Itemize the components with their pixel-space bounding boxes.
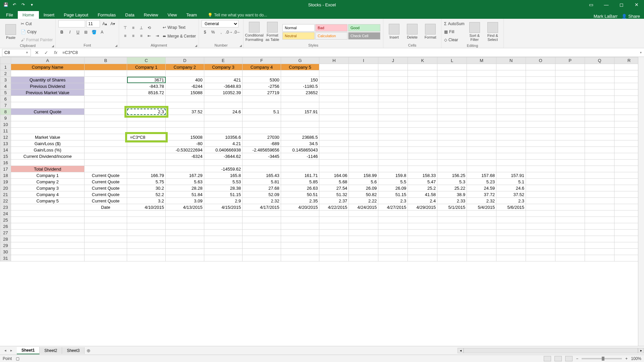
cell-M16[interactable] xyxy=(467,160,496,166)
cell-D30[interactable] xyxy=(166,249,204,255)
cell-G13[interactable]: 34.5 xyxy=(281,140,319,147)
cell-K1[interactable] xyxy=(408,64,437,70)
cell-Q3[interactable] xyxy=(585,77,614,83)
cell-F7[interactable] xyxy=(243,102,281,109)
cell-K9[interactable] xyxy=(408,115,437,121)
cell-A10[interactable] xyxy=(11,121,84,128)
cell-N22[interactable]: 2.3 xyxy=(496,198,526,204)
cell-H8[interactable] xyxy=(319,109,349,115)
cell-Q25[interactable] xyxy=(585,217,614,223)
cell-Q15[interactable] xyxy=(585,153,614,160)
cell-Q8[interactable] xyxy=(585,109,614,115)
cell-I19[interactable]: 5.6 xyxy=(349,179,378,185)
cell-H10[interactable] xyxy=(319,121,349,128)
cell-I7[interactable] xyxy=(349,102,378,109)
close-icon[interactable]: ✕ xyxy=(629,0,644,9)
underline-button[interactable]: U xyxy=(74,29,81,36)
cell-A13[interactable]: Gain/Loss ($) xyxy=(11,140,84,147)
align-middle-icon[interactable]: ≡ xyxy=(130,24,137,31)
row-header-7[interactable]: 7 xyxy=(0,102,11,109)
cell-B30[interactable] xyxy=(84,249,127,255)
cell-O18[interactable] xyxy=(526,172,555,179)
cell-O1[interactable] xyxy=(526,64,555,70)
formula-input[interactable]: =C3*C8 xyxy=(60,50,637,55)
cell-F24[interactable] xyxy=(243,210,281,217)
cell-F3[interactable]: 5300 xyxy=(243,77,281,83)
zoom-level[interactable]: 100% xyxy=(631,356,641,361)
cell-B11[interactable] xyxy=(84,128,127,134)
cell-Q31[interactable] xyxy=(585,255,614,261)
cell-B24[interactable] xyxy=(84,210,127,217)
cell-K8[interactable] xyxy=(408,109,437,115)
cell-N21[interactable]: 37.52 xyxy=(496,191,526,198)
cell-J24[interactable] xyxy=(378,210,408,217)
cell-F29[interactable] xyxy=(243,242,281,249)
cell-I14[interactable] xyxy=(349,147,378,153)
dialog-launcher-icon[interactable]: ◢ xyxy=(239,44,242,47)
cell-H14[interactable] xyxy=(319,147,349,153)
cell-L2[interactable] xyxy=(437,70,467,77)
cell-E8[interactable]: 24.6 xyxy=(204,109,243,115)
sheet-nav-last-icon[interactable]: ▸ xyxy=(9,348,14,353)
inc-decimal-icon[interactable]: .0→ xyxy=(226,29,232,36)
cell-P2[interactable] xyxy=(555,70,585,77)
cell-L23[interactable]: 5/1/2015 xyxy=(437,204,467,210)
italic-button[interactable]: I xyxy=(66,29,73,36)
cell-I10[interactable] xyxy=(349,121,378,128)
cell-H18[interactable]: 164.06 xyxy=(319,172,349,179)
cell-E16[interactable] xyxy=(204,160,243,166)
cell-E10[interactable] xyxy=(204,121,243,128)
cell-P6[interactable] xyxy=(555,96,585,102)
cell-F4[interactable]: -2756 xyxy=(243,83,281,89)
cell-N1[interactable] xyxy=(496,64,526,70)
cell-A8[interactable]: Current Quote xyxy=(11,109,84,115)
cell-B26[interactable] xyxy=(84,223,127,230)
sort-filter-button[interactable]: Sort & Filter xyxy=(467,22,483,42)
cell-G9[interactable] xyxy=(281,115,319,121)
cell-J22[interactable]: 2.3 xyxy=(378,198,408,204)
row-header-1[interactable]: 1 xyxy=(0,64,11,70)
cell-K28[interactable] xyxy=(408,236,437,242)
cell-H2[interactable] xyxy=(319,70,349,77)
cell-M19[interactable]: 5.23 xyxy=(467,179,496,185)
col-header-Q[interactable]: Q xyxy=(585,57,614,64)
cell-P13[interactable] xyxy=(555,140,585,147)
cell-M11[interactable] xyxy=(467,128,496,134)
cell-J5[interactable] xyxy=(378,89,408,96)
cell-C22[interactable]: 3.2 xyxy=(127,198,166,204)
cell-M6[interactable] xyxy=(467,96,496,102)
cell-H28[interactable] xyxy=(319,236,349,242)
cell-O14[interactable] xyxy=(526,147,555,153)
cell-H30[interactable] xyxy=(319,249,349,255)
cell-B3[interactable] xyxy=(84,77,127,83)
cell-O6[interactable] xyxy=(526,96,555,102)
row-header-22[interactable]: 22 xyxy=(0,198,11,204)
cell-D2[interactable] xyxy=(166,70,204,77)
cell-A29[interactable] xyxy=(11,242,84,249)
col-header-E[interactable]: E xyxy=(204,57,243,64)
cell-N16[interactable] xyxy=(496,160,526,166)
cell-I20[interactable]: 26.09 xyxy=(349,185,378,191)
cell-C13[interactable] xyxy=(127,140,166,147)
cell-N9[interactable] xyxy=(496,115,526,121)
cell-I18[interactable]: 158.99 xyxy=(349,172,378,179)
cut-button[interactable]: ✂Cut xyxy=(21,20,53,27)
cell-N29[interactable] xyxy=(496,242,526,249)
cell-N23[interactable]: 5/6/2015 xyxy=(496,204,526,210)
cell-G24[interactable] xyxy=(281,210,319,217)
cell-N4[interactable] xyxy=(496,83,526,89)
cell-L6[interactable] xyxy=(437,96,467,102)
cell-K7[interactable] xyxy=(408,102,437,109)
row-header-29[interactable]: 29 xyxy=(0,242,11,249)
cell-P10[interactable] xyxy=(555,121,585,128)
row-header-25[interactable]: 25 xyxy=(0,217,11,223)
cell-M26[interactable] xyxy=(467,223,496,230)
fill-color-icon[interactable]: 🪣 xyxy=(91,29,97,36)
col-header-P[interactable]: P xyxy=(555,57,585,64)
row-header-30[interactable]: 30 xyxy=(0,249,11,255)
cell-I27[interactable] xyxy=(349,230,378,236)
cell-L11[interactable] xyxy=(437,128,467,134)
cell-D14[interactable]: -0.530222694 xyxy=(166,147,204,153)
cell-N7[interactable] xyxy=(496,102,526,109)
cell-L26[interactable] xyxy=(437,223,467,230)
